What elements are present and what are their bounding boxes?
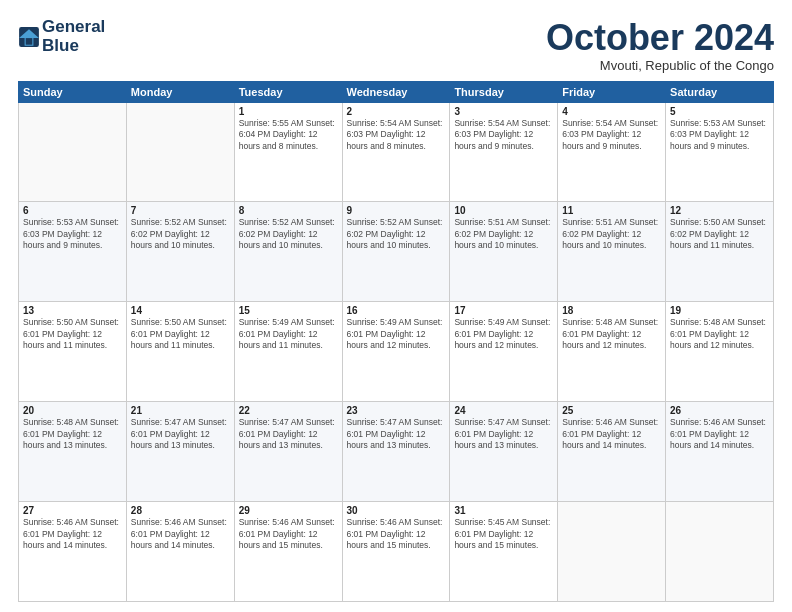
- calendar-cell: 11Sunrise: 5:51 AM Sunset: 6:02 PM Dayli…: [558, 202, 666, 302]
- day-info: Sunrise: 5:45 AM Sunset: 6:01 PM Dayligh…: [454, 517, 553, 551]
- day-info: Sunrise: 5:53 AM Sunset: 6:03 PM Dayligh…: [23, 217, 122, 251]
- day-number: 28: [131, 505, 230, 516]
- calendar-cell: 24Sunrise: 5:47 AM Sunset: 6:01 PM Dayli…: [450, 402, 558, 502]
- calendar-cell: 10Sunrise: 5:51 AM Sunset: 6:02 PM Dayli…: [450, 202, 558, 302]
- calendar-cell: 28Sunrise: 5:46 AM Sunset: 6:01 PM Dayli…: [126, 502, 234, 602]
- calendar-cell: 31Sunrise: 5:45 AM Sunset: 6:01 PM Dayli…: [450, 502, 558, 602]
- logo-text: General Blue: [42, 18, 105, 55]
- calendar-week-5: 27Sunrise: 5:46 AM Sunset: 6:01 PM Dayli…: [19, 502, 774, 602]
- day-info: Sunrise: 5:52 AM Sunset: 6:02 PM Dayligh…: [131, 217, 230, 251]
- calendar-cell: 7Sunrise: 5:52 AM Sunset: 6:02 PM Daylig…: [126, 202, 234, 302]
- day-number: 20: [23, 405, 122, 416]
- day-number: 26: [670, 405, 769, 416]
- calendar-cell: 25Sunrise: 5:46 AM Sunset: 6:01 PM Dayli…: [558, 402, 666, 502]
- day-number: 22: [239, 405, 338, 416]
- calendar-week-3: 13Sunrise: 5:50 AM Sunset: 6:01 PM Dayli…: [19, 302, 774, 402]
- day-info: Sunrise: 5:46 AM Sunset: 6:01 PM Dayligh…: [562, 417, 661, 451]
- location-subtitle: Mvouti, Republic of the Congo: [546, 58, 774, 73]
- day-number: 25: [562, 405, 661, 416]
- header-monday: Monday: [126, 81, 234, 102]
- calendar-cell: 9Sunrise: 5:52 AM Sunset: 6:02 PM Daylig…: [342, 202, 450, 302]
- header-saturday: Saturday: [666, 81, 774, 102]
- day-number: 8: [239, 205, 338, 216]
- day-info: Sunrise: 5:47 AM Sunset: 6:01 PM Dayligh…: [131, 417, 230, 451]
- day-info: Sunrise: 5:46 AM Sunset: 6:01 PM Dayligh…: [347, 517, 446, 551]
- calendar-cell: 12Sunrise: 5:50 AM Sunset: 6:02 PM Dayli…: [666, 202, 774, 302]
- title-block: October 2024 Mvouti, Republic of the Con…: [546, 18, 774, 73]
- day-number: 23: [347, 405, 446, 416]
- calendar-cell: [126, 102, 234, 202]
- logo-icon: [18, 26, 40, 48]
- day-info: Sunrise: 5:49 AM Sunset: 6:01 PM Dayligh…: [239, 317, 338, 351]
- day-number: 21: [131, 405, 230, 416]
- day-number: 7: [131, 205, 230, 216]
- day-info: Sunrise: 5:51 AM Sunset: 6:02 PM Dayligh…: [454, 217, 553, 251]
- day-info: Sunrise: 5:50 AM Sunset: 6:01 PM Dayligh…: [23, 317, 122, 351]
- day-number: 31: [454, 505, 553, 516]
- calendar-cell: 14Sunrise: 5:50 AM Sunset: 6:01 PM Dayli…: [126, 302, 234, 402]
- calendar-cell: [19, 102, 127, 202]
- calendar-table: Sunday Monday Tuesday Wednesday Thursday…: [18, 81, 774, 602]
- day-info: Sunrise: 5:51 AM Sunset: 6:02 PM Dayligh…: [562, 217, 661, 251]
- calendar-header-row: Sunday Monday Tuesday Wednesday Thursday…: [19, 81, 774, 102]
- day-number: 5: [670, 106, 769, 117]
- calendar-week-2: 6Sunrise: 5:53 AM Sunset: 6:03 PM Daylig…: [19, 202, 774, 302]
- day-info: Sunrise: 5:55 AM Sunset: 6:04 PM Dayligh…: [239, 118, 338, 152]
- calendar-cell: 6Sunrise: 5:53 AM Sunset: 6:03 PM Daylig…: [19, 202, 127, 302]
- calendar-cell: 2Sunrise: 5:54 AM Sunset: 6:03 PM Daylig…: [342, 102, 450, 202]
- calendar-cell: [558, 502, 666, 602]
- month-title: October 2024: [546, 18, 774, 58]
- day-number: 15: [239, 305, 338, 316]
- calendar-cell: 8Sunrise: 5:52 AM Sunset: 6:02 PM Daylig…: [234, 202, 342, 302]
- header: General Blue October 2024 Mvouti, Republ…: [18, 18, 774, 73]
- day-number: 6: [23, 205, 122, 216]
- header-thursday: Thursday: [450, 81, 558, 102]
- logo: General Blue: [18, 18, 105, 55]
- logo-line1: General: [42, 18, 105, 37]
- day-info: Sunrise: 5:46 AM Sunset: 6:01 PM Dayligh…: [23, 517, 122, 551]
- calendar-cell: 20Sunrise: 5:48 AM Sunset: 6:01 PM Dayli…: [19, 402, 127, 502]
- calendar-cell: 13Sunrise: 5:50 AM Sunset: 6:01 PM Dayli…: [19, 302, 127, 402]
- day-info: Sunrise: 5:48 AM Sunset: 6:01 PM Dayligh…: [670, 317, 769, 351]
- day-info: Sunrise: 5:46 AM Sunset: 6:01 PM Dayligh…: [239, 517, 338, 551]
- day-info: Sunrise: 5:52 AM Sunset: 6:02 PM Dayligh…: [239, 217, 338, 251]
- calendar-cell: 18Sunrise: 5:48 AM Sunset: 6:01 PM Dayli…: [558, 302, 666, 402]
- calendar-cell: 26Sunrise: 5:46 AM Sunset: 6:01 PM Dayli…: [666, 402, 774, 502]
- calendar-cell: 5Sunrise: 5:53 AM Sunset: 6:03 PM Daylig…: [666, 102, 774, 202]
- calendar-cell: 21Sunrise: 5:47 AM Sunset: 6:01 PM Dayli…: [126, 402, 234, 502]
- calendar-page: General Blue October 2024 Mvouti, Republ…: [0, 0, 792, 612]
- calendar-cell: 23Sunrise: 5:47 AM Sunset: 6:01 PM Dayli…: [342, 402, 450, 502]
- day-info: Sunrise: 5:49 AM Sunset: 6:01 PM Dayligh…: [347, 317, 446, 351]
- day-number: 17: [454, 305, 553, 316]
- day-info: Sunrise: 5:50 AM Sunset: 6:01 PM Dayligh…: [131, 317, 230, 351]
- day-number: 13: [23, 305, 122, 316]
- day-info: Sunrise: 5:48 AM Sunset: 6:01 PM Dayligh…: [23, 417, 122, 451]
- header-sunday: Sunday: [19, 81, 127, 102]
- calendar-cell: 4Sunrise: 5:54 AM Sunset: 6:03 PM Daylig…: [558, 102, 666, 202]
- header-wednesday: Wednesday: [342, 81, 450, 102]
- calendar-cell: 3Sunrise: 5:54 AM Sunset: 6:03 PM Daylig…: [450, 102, 558, 202]
- calendar-cell: 22Sunrise: 5:47 AM Sunset: 6:01 PM Dayli…: [234, 402, 342, 502]
- header-friday: Friday: [558, 81, 666, 102]
- day-number: 10: [454, 205, 553, 216]
- day-info: Sunrise: 5:48 AM Sunset: 6:01 PM Dayligh…: [562, 317, 661, 351]
- calendar-cell: 15Sunrise: 5:49 AM Sunset: 6:01 PM Dayli…: [234, 302, 342, 402]
- calendar-cell: 19Sunrise: 5:48 AM Sunset: 6:01 PM Dayli…: [666, 302, 774, 402]
- calendar-week-4: 20Sunrise: 5:48 AM Sunset: 6:01 PM Dayli…: [19, 402, 774, 502]
- day-number: 9: [347, 205, 446, 216]
- day-number: 3: [454, 106, 553, 117]
- day-info: Sunrise: 5:53 AM Sunset: 6:03 PM Dayligh…: [670, 118, 769, 152]
- day-number: 19: [670, 305, 769, 316]
- day-info: Sunrise: 5:49 AM Sunset: 6:01 PM Dayligh…: [454, 317, 553, 351]
- day-info: Sunrise: 5:52 AM Sunset: 6:02 PM Dayligh…: [347, 217, 446, 251]
- day-info: Sunrise: 5:54 AM Sunset: 6:03 PM Dayligh…: [454, 118, 553, 152]
- calendar-cell: 29Sunrise: 5:46 AM Sunset: 6:01 PM Dayli…: [234, 502, 342, 602]
- day-number: 29: [239, 505, 338, 516]
- calendar-cell: [666, 502, 774, 602]
- logo-line2: Blue: [42, 37, 105, 56]
- header-tuesday: Tuesday: [234, 81, 342, 102]
- day-number: 2: [347, 106, 446, 117]
- day-number: 16: [347, 305, 446, 316]
- day-number: 1: [239, 106, 338, 117]
- calendar-cell: 30Sunrise: 5:46 AM Sunset: 6:01 PM Dayli…: [342, 502, 450, 602]
